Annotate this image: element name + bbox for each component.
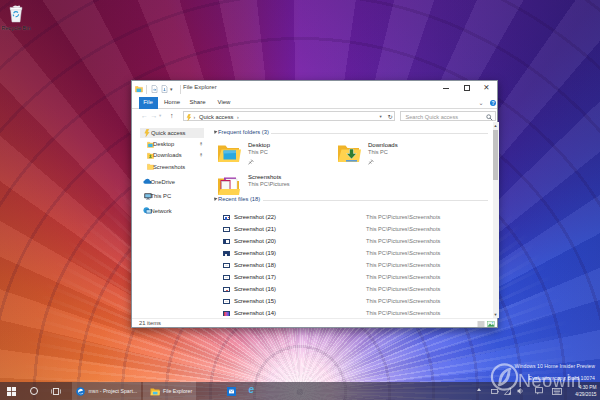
svg-text:Neowin: Neowin [518, 371, 582, 391]
